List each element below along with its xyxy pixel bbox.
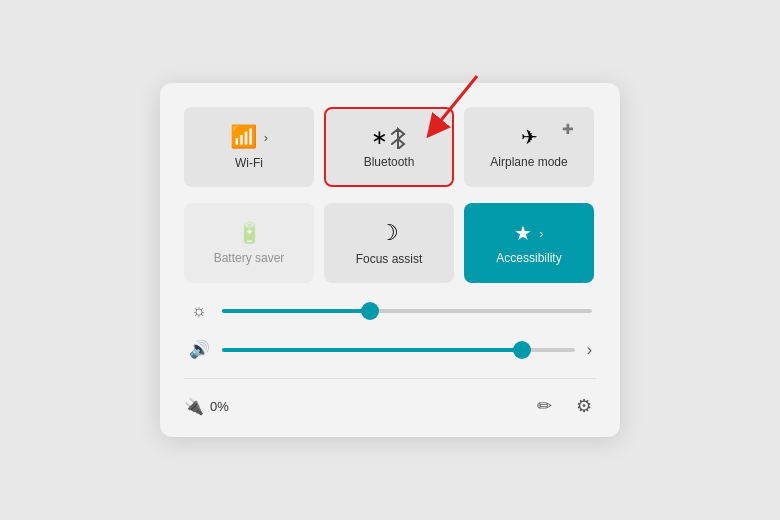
- bluetooth-tile-label: Bluetooth: [364, 155, 415, 169]
- battery-saver-tile-label: Battery saver: [214, 251, 285, 265]
- airplane-tile-label: Airplane mode: [490, 155, 567, 169]
- brightness-fill: [222, 309, 370, 313]
- accessibility-tile-label: Accessibility: [496, 251, 561, 265]
- sliders-section: ☼ 🔊 ›: [184, 301, 596, 360]
- volume-icon: 🔊: [188, 339, 210, 360]
- tiles-row-2: 🔋 Battery saver ☽ Focus assist ★ › Acces…: [184, 203, 596, 283]
- accessibility-expand-arrow: ›: [539, 226, 543, 241]
- wifi-expand-arrow: ›: [264, 130, 268, 145]
- airplane-plus-icon: ✚: [562, 121, 574, 137]
- brightness-icon: ☼: [188, 301, 210, 321]
- bottom-bar: 🔌 0% ✏ ⚙: [184, 378, 596, 421]
- focus-assist-icon: ☽: [379, 220, 399, 246]
- accessibility-icon: ★: [514, 221, 532, 245]
- settings-icon: ⚙: [576, 396, 592, 416]
- brightness-slider[interactable]: [222, 301, 592, 321]
- accessibility-tile[interactable]: ★ › Accessibility: [464, 203, 594, 283]
- battery-plug-icon: 🔌: [184, 397, 204, 416]
- moon-icon: ☽: [379, 220, 399, 246]
- wifi-tile-label: Wi-Fi: [235, 156, 263, 170]
- wifi-tile[interactable]: 📶 › Wi-Fi: [184, 107, 314, 187]
- tiles-row-1: 📶 › Wi-Fi ∗ Bluetooth: [184, 107, 596, 187]
- battery-saver-icon: 🔋: [237, 221, 262, 245]
- volume-thumb[interactable]: [513, 341, 531, 359]
- wifi-icon: 📶: [230, 124, 257, 150]
- brightness-slider-row: ☼: [188, 301, 592, 321]
- battery-saver-tile[interactable]: 🔋 Battery saver: [184, 203, 314, 283]
- bluetooth-icon: ∗: [371, 125, 408, 150]
- brightness-track: [222, 309, 592, 313]
- airplane-tile-icon: ✈ ✚: [521, 125, 538, 149]
- edit-button[interactable]: ✏: [533, 391, 556, 421]
- accessibility-tile-icons: ★ ›: [514, 221, 543, 245]
- battery-percent-label: 0%: [210, 399, 229, 414]
- bluetooth-tile[interactable]: ∗ Bluetooth: [324, 107, 454, 187]
- focus-assist-tile[interactable]: ☽ Focus assist: [324, 203, 454, 283]
- airplane-icon: ✈: [521, 125, 538, 149]
- settings-button[interactable]: ⚙: [572, 391, 596, 421]
- bottom-action-icons: ✏ ⚙: [533, 391, 596, 421]
- focus-assist-tile-label: Focus assist: [356, 252, 423, 266]
- battery-info: 🔌 0%: [184, 397, 229, 416]
- airplane-tile[interactable]: ✈ ✚ Airplane mode: [464, 107, 594, 187]
- volume-slider[interactable]: [222, 340, 575, 360]
- brightness-thumb[interactable]: [361, 302, 379, 320]
- battery-icon: 🔋: [237, 221, 262, 245]
- volume-slider-row: 🔊 ›: [188, 339, 592, 360]
- volume-fill: [222, 348, 522, 352]
- edit-icon: ✏: [537, 396, 552, 416]
- volume-expand-chevron[interactable]: ›: [587, 341, 592, 359]
- bluetooth-tile-icon: ∗: [371, 125, 408, 150]
- volume-track: [222, 348, 575, 352]
- wifi-tile-icons: 📶 ›: [230, 124, 268, 150]
- quick-settings-panel: 📶 › Wi-Fi ∗ Bluetooth: [160, 83, 620, 437]
